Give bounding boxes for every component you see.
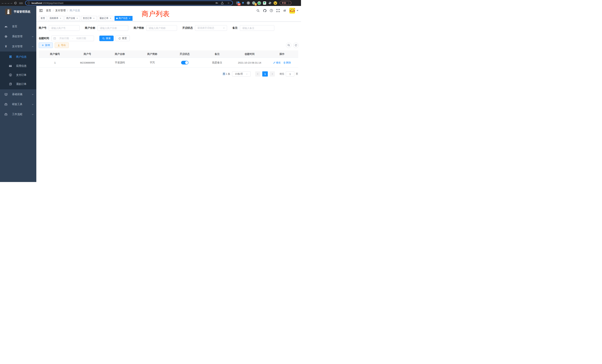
close-icon[interactable]: [129, 17, 131, 20]
github-icon[interactable]: [263, 9, 267, 13]
chevron-down-icon: [32, 36, 34, 38]
extension-y-icon[interactable]: Y: [257, 1, 261, 5]
sidebar-item-label: 商户信息: [16, 55, 26, 59]
date-range-picker[interactable]: 开始日期 - 结束日期: [51, 36, 94, 41]
help-icon[interactable]: [269, 9, 273, 13]
dashboard-icon: [4, 25, 8, 28]
sidebar-item-merchant-info[interactable]: 商户信息: [0, 52, 36, 61]
field-label: 商户全称: [85, 26, 95, 30]
sidebar-item-label: 研发工具: [12, 103, 27, 106]
breadcrumb-payment[interactable]: 支付管理: [55, 9, 66, 12]
close-icon[interactable]: [109, 17, 112, 20]
tab-refund-order[interactable]: 退款订单: [98, 16, 113, 21]
extensions-puzzle-icon[interactable]: [268, 1, 272, 5]
sidebar-item-home[interactable]: 首页: [0, 21, 36, 32]
column-header: 操作: [266, 50, 298, 58]
delete-link[interactable]: 删除: [283, 61, 291, 64]
close-icon[interactable]: [93, 17, 95, 20]
refresh-table-button[interactable]: [293, 43, 299, 48]
remark-input[interactable]: [240, 25, 274, 31]
add-button[interactable]: 新增: [39, 43, 53, 48]
reset-button[interactable]: 重置: [116, 36, 130, 41]
search-icon[interactable]: [256, 9, 260, 13]
sidebar-item-app-info[interactable]: 应用信息: [0, 61, 36, 70]
prev-page-button[interactable]: [255, 71, 260, 76]
sidebar-collapse-button[interactable]: [39, 9, 43, 13]
start-date-placeholder[interactable]: 开始日期: [57, 37, 71, 40]
gear-icon: [4, 35, 8, 38]
extension-pin-icon[interactable]: [241, 1, 245, 5]
sidebar-item-label: 退款订单: [16, 83, 26, 86]
browser-update-button[interactable]: 更新 ⋮: [280, 1, 291, 5]
address-bar[interactable]: i localhost:1024/pay/merchant ☆: [25, 0, 233, 5]
search-button[interactable]: 搜索: [99, 36, 114, 41]
sidebar-item-label: 系统管理: [12, 35, 27, 38]
export-button[interactable]: 导出: [55, 43, 69, 48]
user-avatar[interactable]: [289, 8, 295, 13]
sidebar-item-payment[interactable]: 支付管理: [0, 42, 36, 52]
browser-reload-button[interactable]: [13, 0, 18, 5]
tab-user-group[interactable]: 用户分组: [64, 16, 80, 21]
merchant-no-input[interactable]: [49, 25, 79, 31]
browser-forward-button[interactable]: →: [7, 0, 12, 5]
url-text[interactable]: localhost:1024/pay/merchant: [32, 2, 214, 4]
column-header: 商户全称: [104, 50, 136, 58]
extension-chat-icon[interactable]: [263, 1, 266, 5]
field-label: 商户号: [39, 26, 46, 30]
yuan-icon: [4, 45, 8, 48]
status-select[interactable]: 请选择开启状态: [195, 25, 227, 31]
extension-recorder-icon[interactable]: 1: [252, 1, 256, 5]
tags-view-bar: 首页 流程表单 用户分组 支付订单 退款订单 商户信息: [36, 15, 301, 21]
tab-pay-order[interactable]: 支付订单: [81, 16, 97, 21]
bookmark-star-icon[interactable]: ☆: [226, 1, 231, 4]
field-label: 备注: [232, 26, 238, 30]
next-page-button[interactable]: [270, 71, 275, 76]
fullscreen-icon[interactable]: [276, 9, 280, 13]
trash-icon: [283, 62, 286, 64]
site-info-icon[interactable]: i: [27, 2, 30, 4]
sidebar-item-devtools[interactable]: 研发工具: [0, 99, 36, 109]
extension-command-icon[interactable]: ⌘: [247, 1, 250, 5]
app-logo-row[interactable]: 芋道管理系统: [0, 6, 36, 17]
close-icon[interactable]: [76, 17, 78, 20]
tab-label: 商户信息: [119, 17, 128, 20]
browser-menu-icon[interactable]: ⋮: [287, 2, 290, 4]
column-header: 商户号: [71, 50, 104, 58]
field-label: 商户简称: [134, 26, 144, 30]
cell-full-name: 芋道源码: [104, 58, 136, 67]
tab-process-form[interactable]: 流程表单: [48, 16, 63, 21]
extension-tabs-icon[interactable]: 10: [236, 1, 239, 5]
filter-merchant-name: 商户全称: [85, 25, 128, 31]
chevron-left-icon: [257, 73, 259, 75]
close-icon[interactable]: [59, 17, 62, 20]
avatar-dropdown-caret-icon[interactable]: [297, 10, 298, 11]
breadcrumb-home[interactable]: 首页: [46, 9, 51, 12]
sidebar-item-workflow[interactable]: 工作流程: [0, 109, 36, 119]
tab-home[interactable]: 首页: [39, 16, 47, 21]
status-toggle[interactable]: [181, 61, 189, 64]
profile-avatar[interactable]: [273, 1, 277, 5]
tab-merchant-info[interactable]: 商户信息: [115, 16, 132, 21]
goto-page-input[interactable]: [286, 71, 294, 76]
table-toolbar-right: [286, 43, 299, 48]
column-header: 商户简称: [136, 50, 169, 58]
toggle-search-button[interactable]: [286, 43, 291, 48]
end-date-placeholder[interactable]: 结束日期: [75, 37, 88, 40]
sidebar-item-refund-order[interactable]: 退款订单: [0, 79, 36, 89]
sidebar-item-infrastructure[interactable]: 基础设施: [0, 89, 36, 99]
app-title: 芋道管理系统: [14, 10, 30, 13]
password-key-icon[interactable]: [215, 1, 219, 4]
merchant-name-input[interactable]: [97, 25, 128, 31]
font-size-icon[interactable]: tT: [283, 9, 287, 13]
cell-actions: 修改 删除: [266, 58, 298, 67]
sidebar-item-label: 首页: [12, 25, 34, 28]
page-number-1[interactable]: 1: [262, 71, 268, 76]
page-size-select[interactable]: 10条/页: [232, 71, 251, 76]
share-icon[interactable]: [221, 2, 225, 4]
merchant-short-input[interactable]: [146, 25, 177, 31]
edit-link[interactable]: 修改: [273, 61, 281, 64]
sidebar-item-pay-order[interactable]: 支付订单: [0, 70, 36, 79]
sidebar-item-system[interactable]: 系统管理: [0, 32, 36, 42]
browser-back-button[interactable]: ←: [2, 0, 7, 5]
browser-home-button[interactable]: ⌂: [19, 0, 23, 5]
